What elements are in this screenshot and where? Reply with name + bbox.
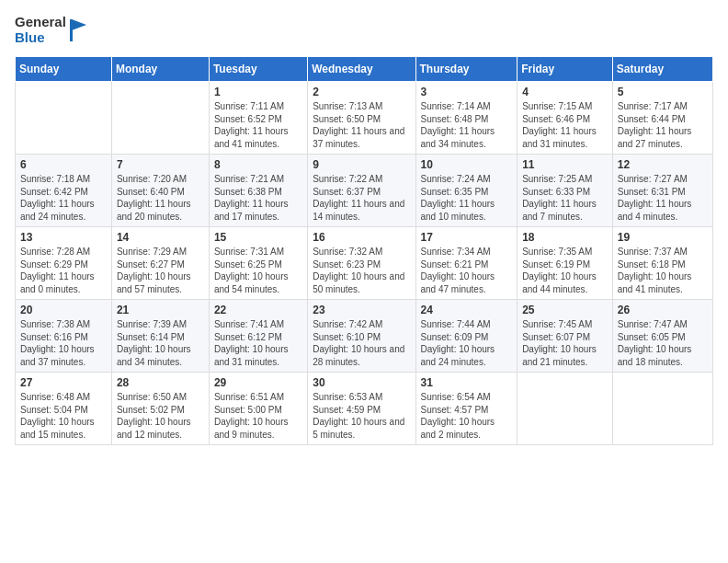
day-number: 29 [214,376,302,389]
calendar-cell: 23Sunrise: 7:42 AMSunset: 6:10 PMDayligh… [308,300,415,373]
svg-marker-0 [72,19,86,30]
calendar-cell: 17Sunrise: 7:34 AMSunset: 6:21 PMDayligh… [415,227,518,300]
day-number: 26 [618,304,708,316]
logo-mark: General Blue [15,15,88,45]
calendar-body: 1Sunrise: 7:11 AMSunset: 6:52 PMDaylight… [16,82,713,445]
cell-info: Sunset: 6:33 PM [522,186,608,199]
cell-info: Sunset: 6:14 PM [117,331,204,344]
cell-info: Sunrise: 7:47 AM [618,318,708,331]
day-number: 31 [421,376,513,389]
cell-info: Sunrise: 7:24 AM [421,173,513,186]
cell-info: Sunset: 6:50 PM [313,113,410,126]
day-number: 18 [522,231,608,244]
cell-info: Daylight: 11 hours and 24 minutes. [20,198,107,223]
cell-info: Sunset: 4:57 PM [421,404,513,417]
cell-info: Sunrise: 7:42 AM [313,318,410,331]
cell-info: Sunset: 6:16 PM [20,331,107,344]
calendar-cell: 13Sunrise: 7:28 AMSunset: 6:29 PMDayligh… [16,227,112,300]
cell-info: Sunrise: 7:35 AM [522,246,608,259]
cell-info: Sunset: 6:25 PM [214,259,302,271]
day-number: 17 [421,231,513,244]
cell-info: Sunset: 4:59 PM [313,404,410,417]
cell-info: Daylight: 10 hours and 57 minutes. [117,270,204,295]
calendar-cell: 21Sunrise: 7:39 AMSunset: 6:14 PMDayligh… [111,300,209,373]
cell-info: Daylight: 10 hours and 50 minutes. [313,270,410,295]
calendar-cell: 7Sunrise: 7:20 AMSunset: 6:40 PMDaylight… [111,155,209,227]
calendar-cell: 18Sunrise: 7:35 AMSunset: 6:19 PMDayligh… [518,227,613,300]
cell-info: Daylight: 10 hours and 2 minutes. [421,416,513,441]
calendar-cell: 19Sunrise: 7:37 AMSunset: 6:18 PMDayligh… [612,227,712,300]
cell-info: Sunset: 6:31 PM [618,186,708,199]
page-header: General Blue [15,15,713,45]
day-number: 13 [20,231,107,244]
cell-info: Daylight: 10 hours and 24 minutes. [421,343,513,368]
cell-info: Daylight: 11 hours and 0 minutes. [20,270,107,295]
calendar-cell: 25Sunrise: 7:45 AMSunset: 6:07 PMDayligh… [518,300,613,373]
weekday-header-cell: Sunday [16,57,112,82]
calendar-cell: 15Sunrise: 7:31 AMSunset: 6:25 PMDayligh… [209,227,307,300]
cell-info: Daylight: 10 hours and 5 minutes. [313,416,410,441]
cell-info: Sunrise: 7:44 AM [421,318,513,331]
day-number: 25 [522,304,608,316]
cell-info: Sunrise: 7:22 AM [313,173,410,186]
day-number: 8 [214,158,302,171]
cell-info: Daylight: 11 hours and 37 minutes. [313,125,410,150]
cell-info: Sunset: 6:05 PM [618,331,708,344]
calendar-cell: 31Sunrise: 6:54 AMSunset: 4:57 PMDayligh… [415,373,518,445]
cell-info: Sunset: 6:40 PM [117,186,204,199]
cell-info: Sunrise: 7:37 AM [618,246,708,259]
cell-info: Daylight: 10 hours and 21 minutes. [522,343,608,368]
calendar-cell: 28Sunrise: 6:50 AMSunset: 5:02 PMDayligh… [111,373,209,445]
calendar-cell: 30Sunrise: 6:53 AMSunset: 4:59 PMDayligh… [308,373,415,445]
day-number: 15 [214,231,302,244]
cell-info: Sunset: 6:46 PM [522,113,608,126]
cell-info: Sunset: 6:37 PM [313,186,410,199]
cell-info: Sunrise: 6:50 AM [117,391,204,404]
calendar-cell: 3Sunrise: 7:14 AMSunset: 6:48 PMDaylight… [415,82,518,155]
cell-info: Daylight: 11 hours and 27 minutes. [618,125,708,150]
cell-info: Sunset: 6:10 PM [313,331,410,344]
cell-info: Sunrise: 7:17 AM [618,100,708,113]
cell-info: Sunset: 5:02 PM [117,404,204,417]
calendar-cell: 16Sunrise: 7:32 AMSunset: 6:23 PMDayligh… [308,227,415,300]
day-number: 9 [313,158,410,171]
logo: General Blue [15,15,88,45]
calendar-cell: 12Sunrise: 7:27 AMSunset: 6:31 PMDayligh… [612,155,712,227]
day-number: 3 [421,86,513,98]
cell-info: Daylight: 10 hours and 34 minutes. [117,343,204,368]
cell-info: Daylight: 11 hours and 10 minutes. [421,198,513,223]
day-number: 19 [618,231,708,244]
cell-info: Sunset: 6:07 PM [522,331,608,344]
logo-flag-icon [68,17,88,43]
day-number: 22 [214,304,302,316]
cell-info: Sunset: 5:00 PM [214,404,302,417]
calendar-cell: 14Sunrise: 7:29 AMSunset: 6:27 PMDayligh… [111,227,209,300]
weekday-header-cell: Friday [518,57,613,82]
calendar-cell: 20Sunrise: 7:38 AMSunset: 6:16 PMDayligh… [16,300,112,373]
cell-info: Daylight: 11 hours and 7 minutes. [522,198,608,223]
calendar-week-row: 1Sunrise: 7:11 AMSunset: 6:52 PMDaylight… [16,82,713,155]
calendar-cell: 9Sunrise: 7:22 AMSunset: 6:37 PMDaylight… [308,155,415,227]
cell-info: Daylight: 10 hours and 31 minutes. [214,343,302,368]
calendar-cell: 1Sunrise: 7:11 AMSunset: 6:52 PMDaylight… [209,82,307,155]
cell-info: Daylight: 10 hours and 28 minutes. [313,343,410,368]
day-number: 30 [313,376,410,389]
cell-info: Daylight: 10 hours and 47 minutes. [421,270,513,295]
cell-info: Sunrise: 7:13 AM [313,100,410,113]
cell-info: Daylight: 10 hours and 37 minutes. [20,343,107,368]
cell-info: Sunrise: 7:28 AM [20,246,107,259]
cell-info: Sunset: 6:21 PM [421,259,513,271]
cell-info: Sunset: 6:19 PM [522,259,608,271]
cell-info: Daylight: 10 hours and 12 minutes. [117,416,204,441]
cell-info: Sunrise: 7:25 AM [522,173,608,186]
cell-info: Sunset: 6:09 PM [421,331,513,344]
cell-info: Sunrise: 7:38 AM [20,318,107,331]
cell-info: Daylight: 11 hours and 17 minutes. [214,198,302,223]
calendar-week-row: 6Sunrise: 7:18 AMSunset: 6:42 PMDaylight… [16,155,713,227]
cell-info: Sunset: 6:48 PM [421,113,513,126]
day-number: 5 [618,86,708,98]
day-number: 14 [117,231,204,244]
calendar-cell: 29Sunrise: 6:51 AMSunset: 5:00 PMDayligh… [209,373,307,445]
cell-info: Sunset: 6:52 PM [214,113,302,126]
cell-info: Daylight: 11 hours and 31 minutes. [522,125,608,150]
